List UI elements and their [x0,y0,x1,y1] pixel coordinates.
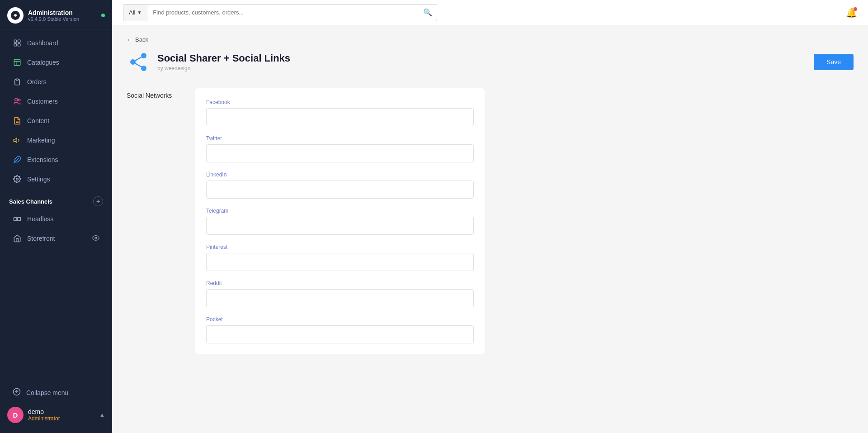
search-icon: 🔍 [423,9,432,16]
field-group-linkedin: LinkedIn [206,171,474,199]
sidebar-item-orders[interactable]: Orders [4,72,108,91]
add-channel-button[interactable]: + [93,196,103,206]
sidebar-item-label-headless: Headless [27,215,53,223]
sidebar-item-label-extensions: Extensions [27,156,58,163]
field-input-telegram[interactable] [206,217,474,235]
plugin-title-group: Social Sharer + Social Links by weedesig… [157,52,290,71]
user-info[interactable]: D demo Administrator ▲ [0,402,112,428]
field-input-linkedin[interactable] [206,181,474,199]
svg-point-19 [141,66,146,71]
settings-icon [13,175,22,184]
svg-point-15 [95,237,97,239]
back-label: Back [135,36,148,43]
form-layout: Social Networks Facebook Twitter LinkedI… [127,88,854,354]
section-label: Social Networks [127,88,181,354]
plugin-icon [127,50,150,74]
search-filter-button[interactable]: All ▼ [123,5,147,21]
collapse-label: Collapse menu [26,389,68,396]
sidebar-item-extensions[interactable]: Extensions [4,150,108,169]
sidebar-item-label-catalogues: Catalogues [27,59,59,66]
sidebar-item-label-customers: Customers [27,98,58,105]
content-icon [13,116,22,125]
sidebar-item-customers[interactable]: Customers [4,92,108,111]
svg-point-13 [16,178,19,181]
sales-channels-header: Sales Channels + [0,189,112,209]
dashboard-icon [13,38,22,48]
user-role: Administrator [28,415,95,422]
sidebar-nav: Dashboard Catalogues Orders Customers Co… [0,29,112,377]
sidebar-item-label-storefront: Storefront [27,235,55,242]
sidebar-item-label-marketing: Marketing [27,137,55,144]
svg-point-8 [18,99,20,101]
sidebar-item-marketing[interactable]: Marketing [4,131,108,150]
field-label-facebook: Facebook [206,99,474,105]
svg-rect-3 [14,44,16,46]
user-chevron-icon: ▲ [99,412,105,418]
sidebar: Administration v6.4.9.0 Stable Version D… [0,0,112,433]
field-label-linkedin: LinkedIn [206,171,474,178]
main: All ▼ 🔍 🔔 ← Back [112,0,868,433]
notification-badge [854,7,857,11]
orders-icon [13,77,22,86]
catalogues-icon [13,58,22,67]
sales-channels-label: Sales Channels [9,198,52,205]
sidebar-item-dashboard[interactable]: Dashboard [4,33,108,52]
sidebar-bottom: Collapse menu D demo Administrator ▲ [0,377,112,433]
headless-icon [13,214,22,224]
field-input-facebook[interactable] [206,108,474,126]
back-link[interactable]: ← Back [127,36,854,43]
sidebar-item-storefront[interactable]: Storefront [4,229,108,248]
avatar: D [7,407,24,423]
field-group-twitter: Twitter [206,135,474,162]
svg-point-17 [130,59,136,65]
page-header: Social Sharer + Social Links by weedesig… [127,50,854,74]
app-version: v6.4.9.0 Stable Version [28,16,97,22]
svg-point-14 [17,219,18,220]
page-title: Social Sharer + Social Links [157,52,290,64]
field-group-pinterest: Pinterest [206,244,474,271]
search-bar: All ▼ 🔍 [123,4,437,21]
svg-line-21 [135,63,142,67]
field-group-reddit: Reddit [206,280,474,307]
sidebar-item-label-settings: Settings [27,176,50,183]
field-input-twitter[interactable] [206,144,474,162]
field-input-pocket[interactable] [206,325,474,343]
search-input[interactable] [147,5,419,21]
sidebar-item-catalogues[interactable]: Catalogues [4,53,108,72]
search-button[interactable]: 🔍 [419,8,437,17]
notification-button[interactable]: 🔔 [846,7,857,18]
user-details: demo Administrator [28,408,95,422]
field-group-facebook: Facebook [206,99,474,126]
collapse-icon [13,388,21,397]
field-label-twitter: Twitter [206,135,474,142]
svg-marker-11 [14,138,17,143]
marketing-icon [13,136,22,145]
filter-label: All [129,9,135,16]
field-label-pocket: Pocket [206,316,474,323]
extensions-icon [13,155,22,164]
sidebar-item-headless[interactable]: Headless [4,209,108,228]
form-card: Facebook Twitter LinkedIn Telegram Pinte… [195,88,485,354]
sidebar-item-content[interactable]: Content [4,111,108,130]
save-button[interactable]: Save [814,54,854,70]
sidebar-header: Administration v6.4.9.0 Stable Version [0,0,112,29]
field-input-pinterest[interactable] [206,253,474,271]
svg-line-20 [135,57,142,61]
status-dot [101,14,105,17]
page-header-left: Social Sharer + Social Links by weedesig… [127,50,290,74]
sidebar-item-label-dashboard: Dashboard [27,39,58,47]
storefront-eye-icon [92,234,99,243]
field-group-pocket: Pocket [206,316,474,343]
svg-point-7 [15,98,18,101]
svg-rect-2 [18,40,20,42]
field-group-telegram: Telegram [206,208,474,235]
svg-rect-1 [14,40,16,42]
app-info: Administration v6.4.9.0 Stable Version [28,9,97,22]
field-input-reddit[interactable] [206,289,474,307]
sidebar-item-label-content: Content [27,117,49,124]
sidebar-item-settings[interactable]: Settings [4,170,108,189]
svg-rect-5 [14,59,20,66]
field-label-reddit: Reddit [206,280,474,286]
field-label-pinterest: Pinterest [206,244,474,250]
collapse-menu-item[interactable]: Collapse menu [4,383,108,402]
